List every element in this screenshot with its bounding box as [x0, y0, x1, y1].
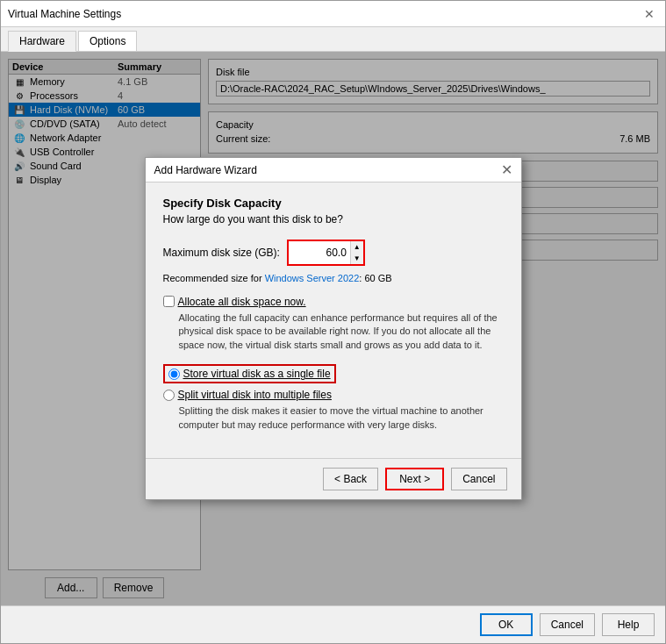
wizard-footer: < Back Next > Cancel: [146, 458, 521, 499]
disk-size-label: Maximum disk size (GB):: [163, 247, 280, 259]
store-single-radio[interactable]: [168, 369, 180, 380]
allocate-checkbox[interactable]: [163, 296, 175, 307]
wizard-cancel-button[interactable]: Cancel: [451, 468, 506, 490]
store-single-label-text: Store virtual disk as a single file: [183, 368, 331, 380]
spinner-buttons: ▲ ▼: [350, 241, 363, 264]
allocate-label-text: Allocate all disk space now.: [178, 296, 306, 308]
wizard-title: Add Hardware Wizard: [154, 164, 257, 176]
store-single-label: Store virtual disk as a single file: [183, 368, 331, 380]
disk-size-row: Maximum disk size (GB): ▲ ▼: [163, 240, 504, 266]
wizard-subheading: How large do you want this disk to be?: [163, 213, 504, 225]
spinner-down-button[interactable]: ▼: [351, 253, 363, 264]
main-window: Virtual Machine Settings ✕ Hardware Opti…: [0, 0, 666, 644]
disk-size-input[interactable]: [289, 241, 350, 264]
split-desc: Splitting the disk makes it easier to mo…: [179, 404, 504, 432]
tab-bar: Hardware Options: [1, 27, 665, 52]
cancel-button[interactable]: Cancel: [540, 613, 595, 636]
main-content: Device Summary ▦ Memory 4.1 GB ⚙ Process…: [1, 52, 665, 605]
ok-button[interactable]: OK: [480, 613, 533, 636]
next-button[interactable]: Next >: [385, 468, 444, 490]
spinner-up-button[interactable]: ▲: [351, 241, 363, 253]
store-single-row-wrap: Store virtual disk as a single file: [163, 364, 504, 383]
help-button[interactable]: Help: [602, 613, 655, 636]
allocate-label: Allocate all disk space now.: [178, 296, 306, 308]
bottom-bar: OK Cancel Help: [1, 605, 665, 643]
allocate-checkbox-row: Allocate all disk space now.: [163, 296, 504, 308]
wizard-overlay: Add Hardware Wizard ✕ Specify Disk Capac…: [1, 52, 665, 605]
store-single-highlight: Store virtual disk as a single file: [163, 364, 336, 383]
split-multiple-radio[interactable]: [163, 390, 175, 401]
wizard-dialog: Add Hardware Wizard ✕ Specify Disk Capac…: [145, 157, 522, 500]
disk-size-input-wrap: ▲ ▼: [287, 240, 365, 266]
radio-section: Store virtual disk as a single file Spli…: [163, 364, 504, 432]
wizard-close-button[interactable]: ✕: [501, 161, 512, 178]
window-title: Virtual Machine Settings: [8, 8, 121, 20]
wizard-heading: Specify Disk Capacity: [163, 197, 504, 210]
wizard-title-bar: Add Hardware Wizard ✕: [146, 158, 521, 182]
split-multiple-label: Split virtual disk into multiple files: [178, 389, 332, 401]
title-bar: Virtual Machine Settings ✕: [1, 1, 665, 27]
tab-options[interactable]: Options: [78, 31, 137, 51]
recommended-text: Recommended size for Windows Server 2022…: [163, 273, 504, 283]
allocate-section: Allocate all disk space now. Allocating …: [163, 296, 504, 352]
recommended-link[interactable]: Windows Server 2022: [265, 273, 360, 283]
tab-hardware[interactable]: Hardware: [8, 31, 76, 52]
split-multiple-row: Split virtual disk into multiple files: [163, 389, 504, 401]
split-label-text: Split virtual disk into multiple files: [178, 389, 332, 401]
allocate-desc: Allocating the full capacity can enhance…: [179, 311, 504, 352]
wizard-body: Specify Disk Capacity How large do you w…: [146, 182, 521, 458]
back-button[interactable]: < Back: [323, 468, 378, 490]
window-close-button[interactable]: ✕: [641, 7, 658, 21]
